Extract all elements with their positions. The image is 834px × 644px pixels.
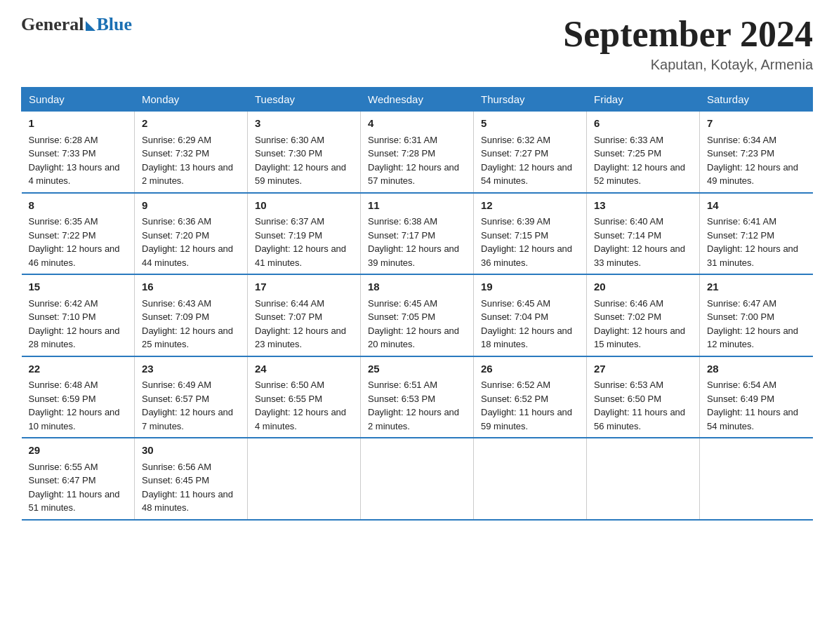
daylight-text: Daylight: 11 hours and 56 minutes.	[594, 407, 685, 431]
col-saturday: Saturday	[700, 88, 813, 112]
table-row: 13Sunrise: 6:40 AMSunset: 7:14 PMDayligh…	[587, 193, 700, 275]
day-number: 24	[255, 361, 353, 377]
sunset-text: Sunset: 6:57 PM	[142, 394, 209, 404]
day-number: 19	[481, 279, 579, 295]
sunrise-text: Sunrise: 6:47 AM	[707, 298, 776, 309]
table-row: 10Sunrise: 6:37 AMSunset: 7:19 PMDayligh…	[248, 193, 361, 275]
col-friday: Friday	[587, 88, 700, 112]
day-number: 10	[255, 198, 353, 214]
sunrise-text: Sunrise: 6:45 AM	[481, 298, 550, 309]
sunrise-text: Sunrise: 6:28 AM	[29, 135, 98, 145]
sunrise-text: Sunrise: 6:43 AM	[142, 298, 211, 309]
daylight-text: Daylight: 12 hours and 15 minutes.	[594, 326, 685, 350]
sunset-text: Sunset: 7:14 PM	[594, 230, 661, 241]
sunrise-text: Sunrise: 6:36 AM	[142, 216, 211, 227]
sunset-text: Sunset: 7:32 PM	[142, 148, 209, 159]
calendar-header-row: Sunday Monday Tuesday Wednesday Thursday…	[22, 88, 813, 112]
daylight-text: Daylight: 12 hours and 31 minutes.	[707, 243, 798, 268]
sunrise-text: Sunrise: 6:32 AM	[481, 135, 550, 145]
table-row	[587, 438, 700, 520]
sunset-text: Sunset: 7:30 PM	[255, 148, 322, 159]
sunset-text: Sunset: 7:00 PM	[707, 311, 774, 322]
sunset-text: Sunset: 7:12 PM	[707, 230, 774, 241]
table-row: 25Sunrise: 6:51 AMSunset: 6:53 PMDayligh…	[361, 356, 474, 438]
title-section: September 2024 Kaputan, Kotayk, Armenia	[563, 14, 813, 73]
sunset-text: Sunset: 7:22 PM	[29, 230, 96, 241]
sunset-text: Sunset: 7:20 PM	[142, 230, 209, 241]
day-number: 18	[368, 279, 466, 295]
sunset-text: Sunset: 7:04 PM	[481, 311, 548, 322]
daylight-text: Daylight: 12 hours and 39 minutes.	[368, 243, 459, 268]
sunrise-text: Sunrise: 6:38 AM	[368, 216, 437, 227]
sunset-text: Sunset: 6:47 PM	[29, 475, 96, 485]
daylight-text: Daylight: 12 hours and 7 minutes.	[142, 407, 233, 431]
sunrise-text: Sunrise: 6:50 AM	[255, 380, 324, 390]
calendar-week-row: 22Sunrise: 6:48 AMSunset: 6:59 PMDayligh…	[22, 356, 813, 438]
table-row: 7Sunrise: 6:34 AMSunset: 7:23 PMDaylight…	[700, 112, 813, 193]
table-row: 16Sunrise: 6:43 AMSunset: 7:09 PMDayligh…	[135, 274, 248, 356]
sunrise-text: Sunrise: 6:49 AM	[142, 380, 211, 390]
sunrise-text: Sunrise: 6:46 AM	[594, 298, 663, 309]
daylight-text: Daylight: 12 hours and 57 minutes.	[368, 162, 459, 187]
sunset-text: Sunset: 7:25 PM	[594, 148, 661, 159]
day-number: 21	[707, 279, 806, 295]
sunrise-text: Sunrise: 6:55 AM	[29, 462, 98, 472]
sunrise-text: Sunrise: 6:30 AM	[255, 135, 324, 145]
calendar-week-row: 8Sunrise: 6:35 AMSunset: 7:22 PMDaylight…	[22, 193, 813, 275]
daylight-text: Daylight: 12 hours and 44 minutes.	[142, 243, 233, 268]
col-thursday: Thursday	[474, 88, 587, 112]
day-number: 12	[481, 198, 579, 214]
day-number: 4	[368, 116, 466, 132]
calendar-week-row: 29Sunrise: 6:55 AMSunset: 6:47 PMDayligh…	[22, 438, 813, 520]
sunset-text: Sunset: 7:23 PM	[707, 148, 774, 159]
day-number: 11	[368, 198, 466, 214]
daylight-text: Daylight: 12 hours and 52 minutes.	[594, 162, 685, 187]
sunrise-text: Sunrise: 6:52 AM	[481, 380, 550, 390]
calendar-table: Sunday Monday Tuesday Wednesday Thursday…	[21, 87, 813, 521]
daylight-text: Daylight: 12 hours and 59 minutes.	[255, 162, 346, 187]
sunset-text: Sunset: 6:53 PM	[368, 394, 435, 404]
table-row: 12Sunrise: 6:39 AMSunset: 7:15 PMDayligh…	[474, 193, 587, 275]
table-row: 19Sunrise: 6:45 AMSunset: 7:04 PMDayligh…	[474, 274, 587, 356]
table-row: 14Sunrise: 6:41 AMSunset: 7:12 PMDayligh…	[700, 193, 813, 275]
day-number: 25	[368, 361, 466, 377]
sunset-text: Sunset: 7:10 PM	[29, 311, 96, 322]
table-row	[474, 438, 587, 520]
sunrise-text: Sunrise: 6:29 AM	[142, 135, 211, 145]
sunset-text: Sunset: 7:28 PM	[368, 148, 435, 159]
table-row: 30Sunrise: 6:56 AMSunset: 6:45 PMDayligh…	[135, 438, 248, 520]
sunrise-text: Sunrise: 6:40 AM	[594, 216, 663, 227]
sunrise-text: Sunrise: 6:48 AM	[29, 380, 98, 390]
sunrise-text: Sunrise: 6:51 AM	[368, 380, 437, 390]
daylight-text: Daylight: 12 hours and 2 minutes.	[368, 407, 459, 431]
sunrise-text: Sunrise: 6:54 AM	[707, 380, 776, 390]
sunrise-text: Sunrise: 6:42 AM	[29, 298, 98, 309]
sunrise-text: Sunrise: 6:41 AM	[707, 216, 776, 227]
daylight-text: Daylight: 11 hours and 48 minutes.	[142, 489, 233, 514]
sunset-text: Sunset: 7:05 PM	[368, 311, 435, 322]
col-sunday: Sunday	[22, 88, 135, 112]
sunset-text: Sunset: 7:09 PM	[142, 311, 209, 322]
day-number: 5	[481, 116, 579, 132]
day-number: 29	[29, 443, 128, 459]
sunrise-text: Sunrise: 6:53 AM	[594, 380, 663, 390]
day-number: 15	[29, 279, 128, 295]
daylight-text: Daylight: 12 hours and 28 minutes.	[29, 326, 120, 350]
day-number: 2	[142, 116, 240, 132]
location-subtitle: Kaputan, Kotayk, Armenia	[563, 57, 813, 73]
daylight-text: Daylight: 13 hours and 2 minutes.	[142, 162, 233, 187]
table-row: 28Sunrise: 6:54 AMSunset: 6:49 PMDayligh…	[700, 356, 813, 438]
month-title: September 2024	[563, 14, 813, 54]
day-number: 23	[142, 361, 240, 377]
table-row: 18Sunrise: 6:45 AMSunset: 7:05 PMDayligh…	[361, 274, 474, 356]
day-number: 20	[594, 279, 692, 295]
daylight-text: Daylight: 12 hours and 36 minutes.	[481, 243, 572, 268]
table-row: 26Sunrise: 6:52 AMSunset: 6:52 PMDayligh…	[474, 356, 587, 438]
table-row: 3Sunrise: 6:30 AMSunset: 7:30 PMDaylight…	[248, 112, 361, 193]
table-row: 24Sunrise: 6:50 AMSunset: 6:55 PMDayligh…	[248, 356, 361, 438]
sunrise-text: Sunrise: 6:34 AM	[707, 135, 776, 145]
day-number: 9	[142, 198, 240, 214]
table-row: 9Sunrise: 6:36 AMSunset: 7:20 PMDaylight…	[135, 193, 248, 275]
table-row: 29Sunrise: 6:55 AMSunset: 6:47 PMDayligh…	[22, 438, 135, 520]
table-row: 1Sunrise: 6:28 AMSunset: 7:33 PMDaylight…	[22, 112, 135, 193]
